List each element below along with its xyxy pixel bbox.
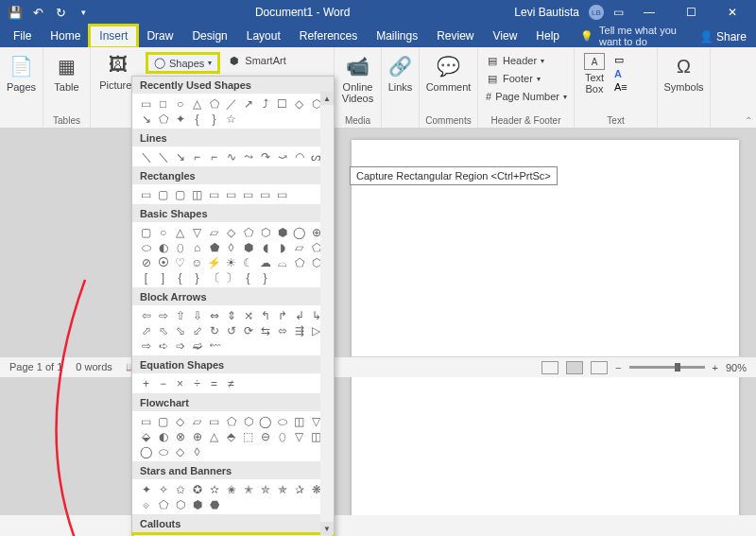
shape-item[interactable]: ⬭	[138, 240, 154, 254]
minimize-button[interactable]: —	[633, 0, 665, 25]
shape-item[interactable]: ◊	[223, 240, 239, 254]
shape-item[interactable]: △	[189, 96, 205, 111]
header-button[interactable]: ▤Header ▾	[484, 53, 568, 68]
table-button[interactable]: ▦ Table	[49, 51, 84, 95]
shape-item[interactable]: ⬳	[206, 338, 222, 353]
shape-item[interactable]: ＼	[155, 149, 171, 164]
shape-item[interactable]: ⇨	[155, 308, 171, 322]
shape-item[interactable]: ✪	[189, 482, 205, 496]
shape-item[interactable]: ⇔	[206, 308, 222, 322]
tab-home[interactable]: Home	[41, 26, 90, 47]
shape-item[interactable]: ⦿	[155, 255, 171, 269]
shape-item[interactable]: ↲	[291, 308, 307, 322]
shape-item[interactable]: ▽	[291, 429, 307, 443]
shape-item[interactable]: ⬠	[223, 414, 239, 428]
shape-item[interactable]: {	[172, 270, 188, 285]
web-layout-button[interactable]	[591, 361, 608, 374]
shape-item[interactable]: ▱	[206, 225, 222, 239]
shape-item[interactable]: ⬠	[291, 255, 307, 269]
scroll-up-icon[interactable]: ▲	[320, 92, 334, 105]
shape-item[interactable]: ✬	[223, 482, 239, 496]
shape-item[interactable]: ⤨	[240, 308, 256, 322]
shape-item[interactable]: ◠	[291, 149, 307, 164]
shapes-button[interactable]: ◯ Shapes ▾	[146, 52, 220, 74]
shape-item[interactable]: }	[189, 270, 205, 285]
shape-item[interactable]: =	[206, 376, 222, 390]
quick-parts-icon[interactable]: ▭	[614, 54, 627, 66]
shape-item[interactable]: ▭	[206, 187, 222, 201]
shape-item[interactable]: ◇	[172, 444, 188, 458]
shape-item[interactable]: ⇶	[291, 323, 307, 337]
shape-item[interactable]: ☀	[223, 255, 239, 269]
shape-item[interactable]: ✦	[172, 112, 188, 126]
shape-item[interactable]: ⇧	[172, 308, 188, 322]
shape-item[interactable]: ☁	[257, 255, 273, 269]
shape-item[interactable]: ↱	[274, 308, 290, 322]
shape-item[interactable]: ]	[155, 270, 171, 285]
shape-item[interactable]: ⬢	[274, 225, 290, 239]
shape-item[interactable]: ⬁	[155, 323, 171, 337]
shape-item[interactable]: ⬯	[172, 240, 188, 254]
tab-layout[interactable]: Layout	[237, 26, 290, 47]
shape-item[interactable]: ⟳	[240, 323, 256, 337]
shape-item[interactable]: ◫	[291, 414, 307, 428]
shape-item[interactable]: ⬭	[155, 444, 171, 458]
shape-item[interactable]: }	[257, 270, 273, 285]
shape-item[interactable]: 〕	[223, 270, 239, 285]
shape-item[interactable]: ◇	[291, 96, 307, 111]
comment-button[interactable]: 💬 Comment	[425, 51, 472, 95]
page-number-button[interactable]: #Page Number ▾	[484, 89, 568, 104]
shape-item[interactable]: △	[172, 225, 188, 239]
zoom-in-button[interactable]: +	[713, 362, 718, 373]
shape-item[interactable]: ⬢	[240, 240, 256, 254]
avatar[interactable]: LB	[589, 5, 604, 20]
shape-item[interactable]: ▭	[138, 96, 154, 111]
shape-item[interactable]: ⬟	[206, 240, 222, 254]
shape-item[interactable]: }	[206, 112, 222, 126]
shape-item[interactable]: ▢	[155, 187, 171, 201]
dropdown-scrollbar[interactable]: ▲ ▼	[320, 92, 334, 535]
shape-item[interactable]: +	[138, 376, 154, 390]
shape-item[interactable]: ×	[172, 376, 188, 390]
shape-item[interactable]: ⬘	[223, 429, 239, 443]
shape-item[interactable]: ⟐	[138, 497, 154, 511]
shape-item[interactable]: ⬣	[206, 497, 222, 511]
shape-item[interactable]: ⌐	[206, 149, 222, 164]
shape-item[interactable]: ◯	[257, 414, 273, 428]
shape-item[interactable]: ⬯	[274, 429, 290, 443]
shape-item[interactable]: {	[240, 270, 256, 285]
shape-item[interactable]: ≠	[223, 376, 239, 390]
shape-item[interactable]: ◗	[274, 240, 290, 254]
page-indicator[interactable]: Page 1 of 1	[9, 361, 62, 373]
shape-item[interactable]: ▱	[291, 240, 307, 254]
user-name[interactable]: Levi Bautista	[514, 6, 579, 19]
save-icon[interactable]: 💾	[8, 5, 23, 20]
shape-item[interactable]: ◖	[257, 240, 273, 254]
shape-item[interactable]: ⬡	[240, 414, 256, 428]
shape-item[interactable]: ▭	[138, 414, 154, 428]
tab-help[interactable]: Help	[526, 26, 569, 47]
shape-item[interactable]: ○	[172, 96, 188, 111]
text-box-button[interactable]: A Text Box	[580, 51, 609, 96]
shape-item[interactable]: ☾	[240, 255, 256, 269]
tab-references[interactable]: References	[290, 26, 367, 47]
shape-item[interactable]: ↺	[223, 323, 239, 337]
read-mode-button[interactable]	[541, 361, 558, 374]
tab-draw[interactable]: Draw	[137, 26, 182, 47]
shape-item[interactable]: ◯	[291, 225, 307, 239]
qat-customize-icon[interactable]: ▾	[76, 5, 91, 20]
shape-item[interactable]: ⇦	[138, 308, 154, 322]
shape-item[interactable]: ▢	[155, 414, 171, 428]
shape-item[interactable]: ⬀	[138, 323, 154, 337]
word-count[interactable]: 0 words	[76, 361, 112, 373]
shape-item[interactable]: ⬭	[274, 414, 290, 428]
shape-item[interactable]: ⌂	[189, 240, 205, 254]
shape-item[interactable]: ✭	[240, 482, 256, 496]
links-button[interactable]: 🔗 Links	[387, 51, 413, 95]
shape-item[interactable]: ⌓	[274, 255, 290, 269]
shape-item[interactable]: ↷	[257, 149, 273, 164]
shape-item[interactable]: ⊘	[138, 255, 154, 269]
shape-item[interactable]: ➫	[189, 338, 205, 353]
tell-me-search[interactable]: 💡 Tell me what you want to do	[569, 25, 690, 47]
tab-design[interactable]: Design	[182, 26, 236, 47]
